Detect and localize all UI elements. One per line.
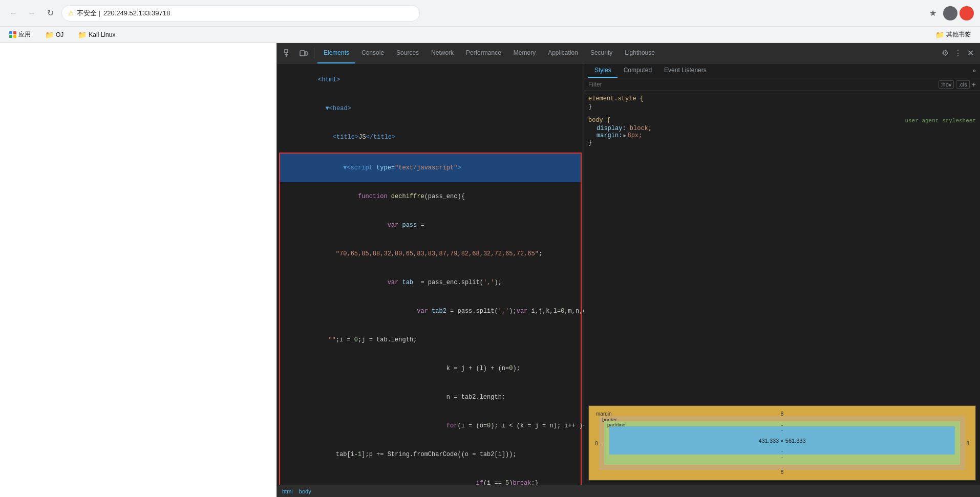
devtools-more-button[interactable]: ⋮ (952, 46, 964, 60)
url-value: 220.249.52.133:39718 (103, 9, 170, 17)
bookmark-kali[interactable]: 📁 Kali Linux (75, 30, 118, 40)
code-line-7: k = j + (l) + (n=0); (280, 354, 581, 383)
kali-label: Kali Linux (89, 31, 115, 38)
url-text: 不安全 | (77, 9, 100, 18)
script-close: > (457, 164, 461, 171)
title-open-tag: <title> (333, 134, 358, 141)
content-size: 431.333 × 561.333 (758, 438, 805, 444)
oj-label: OJ (56, 31, 63, 38)
code-line-4: var tab = pass_enc.split(','); (280, 268, 581, 297)
html-tag: <html> (318, 76, 340, 83)
display-val: block; (630, 125, 652, 132)
breadcrumb-bar: html body (277, 485, 980, 497)
code-line-3: "70,65,85,88,32,80,65,83,83,87,79,82,68,… (280, 240, 581, 268)
webpage-area (0, 43, 276, 497)
bookmark-oj[interactable]: 📁 OJ (42, 30, 67, 40)
margin-prop: margin: (596, 132, 622, 139)
code-line-10: tab[i-1];p += String.fromCharCode((o = t… (280, 440, 581, 469)
filter-hov-button[interactable]: :hov (939, 80, 954, 89)
script-tag: ▼<script (343, 164, 376, 171)
script-highlight-box: ▼<script type="text/javascript"> functio… (279, 153, 582, 485)
inspect-element-button[interactable] (281, 46, 295, 60)
styles-content[interactable]: element.style { } body { user agent styl… (584, 91, 980, 401)
filter-input[interactable] (588, 81, 936, 88)
margin-left-val: 8 (595, 440, 598, 446)
html-line-head[interactable]: ▼<head> (277, 94, 584, 123)
tab-console[interactable]: Console (355, 43, 390, 63)
toolbar-right: ★ (925, 5, 974, 21)
devtools-close-button[interactable]: ✕ (965, 46, 976, 60)
svg-rect-0 (285, 50, 288, 53)
insecure-icon: ⚠ (68, 10, 74, 17)
code-line-8: n = tab2.length; (280, 383, 581, 412)
forward-button[interactable]: → (25, 6, 39, 20)
element-style-rule: element.style { } (588, 95, 976, 111)
add-style-rule-button[interactable]: + (972, 80, 976, 89)
tab-performance[interactable]: Performance (460, 43, 507, 63)
main-area: Elements Console Sources Network Perform… (0, 43, 980, 497)
code-line-11: if(i == 5)break;} (280, 469, 581, 485)
body-close: } (588, 139, 976, 146)
body-display-line: display: block; (596, 125, 976, 132)
devtools-header: Elements Console Sources Network Perform… (277, 43, 980, 63)
device-toolbar-button[interactable] (296, 46, 311, 60)
head-tag: ▼<head> (325, 105, 351, 112)
tab-sources[interactable]: Sources (390, 43, 425, 63)
padding-bottom-dash: - (781, 455, 783, 460)
code-line-9: for(i = (o=0); i < (k = j = n); i++ ){o … (280, 412, 581, 440)
content-dash-top: - (781, 427, 783, 433)
devtools-tabs: Elements Console Sources Network Perform… (317, 43, 661, 63)
border-area: border - padding - 431.333 × 561.333 (599, 416, 965, 470)
tab-elements[interactable]: Elements (317, 43, 355, 63)
border-right-val: - (962, 440, 963, 446)
html-line-html[interactable]: <html> (277, 66, 584, 94)
devtools-body: <html> ▼<head> <title>JS</title> ▼<scrip… (277, 63, 980, 485)
body-selector: body { (588, 117, 610, 124)
styles-tabs: Styles Computed Event Listeners » (584, 63, 980, 78)
bookmark-apps[interactable]: 应用 (6, 29, 34, 40)
content-area: 431.333 × 561.333 - - (609, 426, 955, 455)
tab-lighthouse[interactable]: Lighthouse (619, 43, 661, 63)
styles-filter-bar: :hov .cls + (584, 78, 980, 91)
other-label: 其他书签 (946, 30, 971, 39)
content-dash-bottom: - (781, 448, 783, 453)
html-panel[interactable]: <html> ▼<head> <title>JS</title> ▼<scrip… (277, 63, 584, 485)
back-button[interactable]: ← (6, 6, 20, 20)
svg-rect-4 (305, 52, 307, 55)
body-margin-line: margin: ▶ 8px; (596, 132, 976, 139)
browser-toolbar: ← → ↻ ⚠ 不安全 | 220.249.52.133:39718 ★ (0, 0, 980, 27)
breadcrumb-body[interactable]: body (298, 488, 312, 494)
padding-area: padding - 431.333 × 561.333 - - (604, 421, 960, 465)
tab-event-listeners[interactable]: Event Listeners (658, 63, 713, 78)
body-style-rule: body { user agent stylesheet display: bl… (588, 117, 976, 146)
extension-button[interactable] (960, 6, 974, 20)
title-text: JS (358, 134, 366, 141)
address-bar[interactable]: ⚠ 不安全 | 220.249.52.133:39718 (61, 5, 420, 21)
tab-styles[interactable]: Styles (588, 63, 617, 78)
type-attr: type= (376, 164, 395, 171)
bookmark-other[interactable]: 📁 其他书签 (932, 29, 974, 40)
bookmark-button[interactable]: ★ (925, 5, 941, 21)
box-model: margin 8 8 border - padding - (588, 405, 976, 481)
tab-application[interactable]: Application (542, 43, 584, 63)
tab-memory[interactable]: Memory (507, 43, 542, 63)
filter-cls-button[interactable]: .cls (956, 80, 970, 89)
html-line-title[interactable]: <title>JS</title> (277, 123, 584, 152)
element-style-selector: element.style { (588, 95, 976, 102)
profile-button[interactable] (943, 6, 957, 20)
tab-security[interactable]: Security (584, 43, 619, 63)
tab-network[interactable]: Network (425, 43, 460, 63)
devtools-settings-button[interactable]: ⚙ (940, 46, 951, 60)
tab-computed[interactable]: Computed (617, 63, 658, 78)
element-style-close: } (588, 103, 976, 111)
type-value: "text/javascript" (395, 164, 457, 171)
margin-right-val: 8 (966, 440, 969, 446)
reload-button[interactable]: ↻ (43, 6, 57, 20)
styles-tab-more[interactable]: » (972, 63, 976, 78)
margin-val: 8px; (627, 132, 642, 139)
margin-arrow[interactable]: ▶ (623, 133, 626, 139)
breadcrumb-html[interactable]: html (281, 488, 294, 494)
code-line-2: var pass = (280, 211, 581, 240)
devtools-panel: Elements Console Sources Network Perform… (276, 43, 980, 497)
html-line-script[interactable]: ▼<script type="text/javascript"> (280, 154, 581, 182)
